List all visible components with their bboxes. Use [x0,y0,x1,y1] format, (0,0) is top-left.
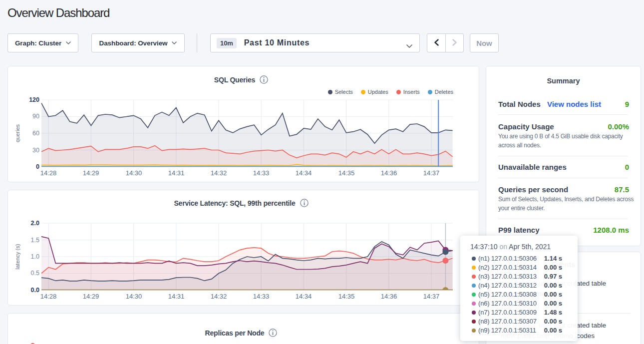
svg-text:1.0: 1.0 [31,253,39,260]
svg-text:14:33: 14:33 [253,169,270,177]
svg-text:14:30: 14:30 [126,169,142,177]
svg-text:14:35: 14:35 [338,169,355,177]
svg-text:14:36: 14:36 [381,293,397,300]
svg-text:90: 90 [32,113,39,120]
svg-text:14:31: 14:31 [168,169,185,177]
svg-text:14:37: 14:37 [423,293,440,300]
svg-text:14:28: 14:28 [40,169,57,177]
svg-text:60: 60 [32,130,39,137]
svg-text:14:31: 14:31 [168,293,185,300]
svg-text:14:29: 14:29 [83,169,99,177]
svg-text:0: 0 [36,163,39,170]
svg-text:30: 30 [32,147,39,154]
svg-text:14:34: 14:34 [296,293,312,300]
svg-text:latency (s): latency (s) [14,244,20,270]
svg-text:14:30: 14:30 [126,293,142,300]
svg-text:14:35: 14:35 [338,293,355,300]
svg-text:2.0: 2.0 [31,220,39,227]
svg-text:0.0: 0.0 [31,287,39,294]
svg-text:14:32: 14:32 [211,293,227,300]
svg-text:14:36: 14:36 [381,169,397,177]
svg-text:14:37: 14:37 [423,169,440,177]
svg-text:0.5: 0.5 [31,270,39,277]
svg-text:120: 120 [29,96,39,103]
svg-text:14:29: 14:29 [83,293,99,300]
svg-text:queries: queries [14,124,20,142]
svg-text:1.5: 1.5 [31,237,39,244]
svg-text:14:32: 14:32 [211,169,227,177]
svg-text:14:34: 14:34 [296,169,312,177]
svg-text:14:33: 14:33 [253,293,270,300]
svg-text:14:28: 14:28 [40,293,57,300]
